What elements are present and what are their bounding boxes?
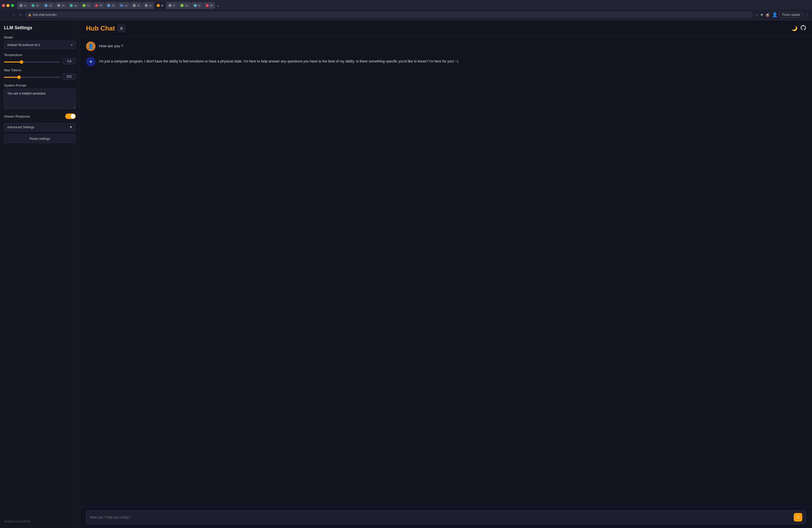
tab-fa[interactable]: fa <box>130 2 142 9</box>
advanced-settings-chevron: ▼ <box>69 125 72 129</box>
theme-toggle-button[interactable]: 🌙 <box>791 25 798 31</box>
tab-icon <box>145 4 148 7</box>
user-avatar-icon: 👤 <box>88 44 93 49</box>
finish-update-button[interactable]: Finish update <box>780 12 803 17</box>
tab-icon <box>120 4 123 7</box>
send-icon: ⇧ <box>797 515 800 520</box>
tab-icon <box>194 4 197 7</box>
new-tab-button[interactable]: + <box>215 3 221 9</box>
tab-icon <box>83 4 86 7</box>
chat-title-row: Hub Chat 🗑 <box>86 24 126 32</box>
stream-response-toggle[interactable] <box>65 114 76 119</box>
tab-nu2[interactable]: Nu <box>178 2 191 9</box>
tab-us[interactable]: us <box>67 2 80 9</box>
tab-bar: m Ac Or Gi us Gi <box>0 0 812 10</box>
tab-icon <box>180 4 184 7</box>
user-message-text: How are you ? <box>99 42 806 49</box>
system-prompt-label: System Prompt <box>4 84 76 87</box>
tabs-container: m Ac Or Gi us Gi <box>17 2 810 9</box>
reload-button[interactable]: ↻ <box>18 12 23 17</box>
system-prompt-field-group: System Prompt You are a helpful assistan… <box>4 84 76 109</box>
temperature-slider[interactable] <box>4 61 60 62</box>
tab-h-active[interactable]: H <box>154 2 166 9</box>
max-tokens-input[interactable]: 512 <box>63 73 76 79</box>
tab-icon <box>31 4 34 7</box>
tab-icon <box>19 4 23 7</box>
advanced-settings-button[interactable]: Advanced Settings ▼ <box>4 123 76 131</box>
tab-gi2[interactable]: Gi <box>80 2 92 9</box>
tab-or[interactable]: Or <box>42 2 55 9</box>
tab-icon <box>57 4 60 7</box>
chat-text-input[interactable] <box>90 515 791 519</box>
send-button[interactable]: ⇧ <box>794 513 802 522</box>
assistant-message-text: I'm just a computer program, I don't hav… <box>99 57 806 64</box>
more-options-icon[interactable]: ⋮ <box>805 13 809 17</box>
tab-w[interactable]: W <box>92 2 104 9</box>
address-bar: ← → ↻ 🔒 hub-chat.nuxt.dev ☆ ■ 🧉 👤 Finish… <box>0 10 812 20</box>
input-row: ⇧ <box>86 510 806 524</box>
max-tokens-label: Max Tokens <box>4 68 76 72</box>
minimize-traffic-light[interactable] <box>6 4 10 7</box>
tab-icon <box>44 4 47 7</box>
stream-response-row: Stream Response <box>4 114 76 119</box>
trash-icon: 🗑 <box>120 26 123 30</box>
chat-header: Hub Chat 🗑 🌙 <box>80 20 812 36</box>
extensions-icon[interactable]: 🧉 <box>765 13 770 17</box>
model-select[interactable]: mistral-7b-instruct-v0.2 <box>4 41 76 49</box>
browser-chrome: m Ac Or Gi us Gi <box>0 0 812 20</box>
max-tokens-slider-row: 512 <box>4 73 76 79</box>
tab-icon <box>157 4 160 7</box>
reset-settings-button[interactable]: Reset settings <box>4 134 76 143</box>
tab-icon <box>133 4 136 7</box>
model-field-group: Model mistral-7b-instruct-v0.2 ▼ <box>4 35 76 49</box>
advanced-settings-label: Advanced Settings <box>7 125 34 129</box>
tab-lo[interactable]: lo <box>142 2 154 9</box>
sidebar: LLM Settings Model mistral-7b-instruct-v… <box>0 20 80 528</box>
url-text: hub-chat.nuxt.dev <box>33 13 57 16</box>
temperature-field-group: Temperature 0,6 <box>4 53 76 64</box>
tab-icon <box>107 4 110 7</box>
messages-container: 👤 How are you ? ✦ I'm just a computer pr… <box>80 36 812 507</box>
tab-icon <box>95 4 98 7</box>
tab-m3[interactable]: M <box>203 2 215 9</box>
tab-ac[interactable]: Ac <box>29 2 42 9</box>
tab-m2[interactable]: m <box>166 2 178 9</box>
assistant-avatar-icon: ✦ <box>89 59 93 65</box>
user-avatar: 👤 <box>86 42 96 51</box>
address-input[interactable]: 🔒 hub-chat.nuxt.dev <box>25 12 753 18</box>
temperature-input[interactable]: 0,6 <box>63 58 76 64</box>
max-tokens-field-group: Max Tokens 512 <box>4 68 76 79</box>
traffic-lights <box>2 4 14 7</box>
bookmark-icon[interactable]: ☆ <box>755 13 758 17</box>
back-button[interactable]: ← <box>3 12 9 17</box>
clear-chat-button[interactable]: 🗑 <box>117 24 126 32</box>
message-user: 👤 How are you ? <box>86 42 806 51</box>
lock-icon: 🔒 <box>28 14 31 16</box>
tab-te[interactable]: Te <box>105 2 117 9</box>
max-tokens-slider[interactable] <box>4 77 60 78</box>
app-container: LLM Settings Model mistral-7b-instruct-v… <box>0 20 812 528</box>
tab-nu[interactable]: nu <box>117 2 130 9</box>
github-link-button[interactable] <box>800 25 806 32</box>
chat-area: Hub Chat 🗑 🌙 👤 <box>80 20 812 528</box>
forward-button[interactable]: → <box>11 12 16 17</box>
browser-actions: ☆ ■ 🧉 👤 Finish update ⋮ <box>755 12 809 17</box>
maximize-traffic-light[interactable] <box>11 4 14 7</box>
sidebar-footer: Hosted on NuxtHub <box>4 520 76 523</box>
model-select-wrapper: mistral-7b-instruct-v0.2 ▼ <box>4 41 76 49</box>
close-traffic-light[interactable] <box>2 4 5 7</box>
temperature-slider-wrapper <box>4 59 60 63</box>
message-assistant: ✦ I'm just a computer program, I don't h… <box>86 57 806 67</box>
tab-lo2[interactable]: lo <box>191 2 203 9</box>
tab-m1[interactable]: m <box>17 2 29 9</box>
model-label: Model <box>4 35 76 39</box>
tab-gi1[interactable]: Gi <box>55 2 67 9</box>
tab-icon <box>70 4 73 7</box>
chat-input-area: ⇧ <box>80 507 812 528</box>
system-prompt-textarea[interactable]: You are a helpful assistant. <box>4 89 76 109</box>
extension-icon[interactable]: ■ <box>760 13 763 17</box>
profile-icon[interactable]: 👤 <box>772 12 778 17</box>
tab-icon <box>169 4 172 7</box>
stream-response-label: Stream Response <box>4 115 30 118</box>
temperature-label: Temperature <box>4 53 76 57</box>
